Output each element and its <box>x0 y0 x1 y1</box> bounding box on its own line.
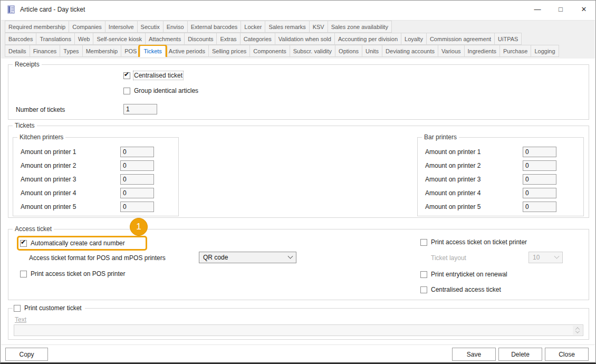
tab-finances[interactable]: Finances <box>30 45 61 57</box>
tab-uitpas[interactable]: UiTPAS <box>494 33 522 45</box>
tab-sales-zone-availability[interactable]: Sales zone availability <box>328 21 392 33</box>
number-of-tickets-input[interactable] <box>123 104 157 114</box>
ticket-layout-select[interactable]: 10 <box>528 252 563 263</box>
tickets-group: Tickets Kitchen printers Amount on print… <box>8 126 589 218</box>
text-scrollbar[interactable] <box>573 325 582 335</box>
window-title: Article card - Day ticket <box>20 6 85 13</box>
tab-selling-prices[interactable]: Selling prices <box>208 45 250 57</box>
tab-types[interactable]: Types <box>60 45 82 57</box>
kitchen-printer-amount-input-1[interactable] <box>120 147 154 157</box>
tab-membership[interactable]: Membership <box>82 45 122 57</box>
bar-printers-group: Bar printers Amount on printer 1Amount o… <box>417 137 584 216</box>
tab-purchase[interactable]: Purchase <box>499 45 531 57</box>
copy-button[interactable]: Copy <box>5 348 48 361</box>
checkbox-print-access-ticket-pos[interactable]: ✔ Print access ticket on POS printer <box>20 270 125 278</box>
kitchen-printer-amount-input-5[interactable] <box>120 202 154 212</box>
kitchen-printer-amount-input-4[interactable] <box>120 188 154 198</box>
bar-printers-legend: Bar printers <box>422 133 459 141</box>
tickets-legend: Tickets <box>13 122 37 129</box>
kitchen-printers-legend: Kitchen printers <box>17 133 65 141</box>
close-button[interactable]: Close <box>545 348 589 361</box>
checkbox-group-identical-articles[interactable]: ✔ Group identical articles <box>123 87 198 95</box>
save-button[interactable]: Save <box>452 348 496 361</box>
receipts-group: Receipts ✔ Centralised ticket ✔ Group id… <box>8 64 589 120</box>
checkbox-centralised-ticket[interactable]: ✔ Centralised ticket <box>123 71 182 80</box>
tab-accounting-per-division[interactable]: Accounting per division <box>334 33 401 45</box>
kitchen-printer-amount-input-3[interactable] <box>120 174 154 185</box>
tab-companies[interactable]: Companies <box>69 21 105 33</box>
tab-ingredients[interactable]: Ingredients <box>464 45 500 57</box>
tab-active-periods[interactable]: Active periods <box>165 45 209 57</box>
tab-units[interactable]: Units <box>362 45 382 57</box>
tab-logging[interactable]: Logging <box>531 45 559 57</box>
tab-validation-when-sold[interactable]: Validation when sold <box>275 33 335 45</box>
checkbox-centralised-access-ticket[interactable]: ✔ Centralised access ticket <box>420 285 501 294</box>
access-ticket-legend: Access ticket <box>13 225 54 233</box>
kitchen-printer-amount-label-3: Amount on printer 3 <box>21 176 76 183</box>
tab-extras[interactable]: Extras <box>216 33 240 45</box>
bar-printer-amount-label-1: Amount on printer 1 <box>425 148 480 156</box>
footer-divider <box>1 344 595 345</box>
kitchen-printer-amount-label-2: Amount on printer 2 <box>21 162 76 169</box>
ticket-layout-value: 10 <box>533 254 540 261</box>
minimize-icon[interactable]: — <box>526 1 549 18</box>
tab-row-2: BarcodesTranslationsWebSelf-service kios… <box>1 33 595 45</box>
kitchen-printer-amount-input-2[interactable] <box>120 160 154 171</box>
bar-printer-amount-input-5[interactable] <box>523 202 556 212</box>
tab-barcodes[interactable]: Barcodes <box>5 33 36 45</box>
bar-printer-amount-label-2: Amount on printer 2 <box>425 162 480 169</box>
active-tab-highlight <box>138 45 167 57</box>
window-controls: — □ ✕ <box>526 1 595 18</box>
tab-loyalty[interactable]: Loyalty <box>401 33 427 45</box>
customer-ticket-text-input[interactable] <box>14 324 583 336</box>
bar-printer-amount-label-3: Amount on printer 3 <box>425 176 480 183</box>
tab-translations[interactable]: Translations <box>36 33 75 45</box>
tab-required-membership[interactable]: Required membership <box>5 21 69 33</box>
tab-intersolve[interactable]: Intersolve <box>105 21 138 33</box>
tab-web[interactable]: Web <box>74 33 93 45</box>
tab-attachments[interactable]: Attachments <box>145 33 185 45</box>
checkbox-print-access-ticket-ticket-printer[interactable]: ✔ Print access ticket on ticket printer <box>420 238 527 246</box>
maximize-icon[interactable]: □ <box>549 1 572 18</box>
access-ticket-format-select[interactable]: QR code <box>199 252 296 263</box>
access-ticket-group: Access ticket 1 ✔ Automatically create c… <box>8 229 589 300</box>
checkbox-print-entryticket-renewal[interactable]: ✔ Print entryticket on renewal <box>420 270 507 279</box>
tab-self-service-kiosk[interactable]: Self-service kiosk <box>93 33 146 45</box>
bar-printer-amount-input-2[interactable] <box>523 160 556 171</box>
tab-subscr-validity[interactable]: Subscr. validity <box>290 45 335 57</box>
bar-printer-amount-input-4[interactable] <box>523 188 556 198</box>
tab-deviating-accounts[interactable]: Deviating accounts <box>382 45 438 57</box>
tab-ksv[interactable]: KSV <box>309 21 328 33</box>
tab-commission-agreement[interactable]: Commission agreement <box>426 33 495 45</box>
tab-various[interactable]: Various <box>438 45 464 57</box>
tab-tickets[interactable]: Tickets <box>140 45 165 57</box>
tab-sales-remarks[interactable]: Sales remarks <box>265 21 309 33</box>
tab-enviso[interactable]: Enviso <box>163 21 188 33</box>
tab-categories[interactable]: Categories <box>240 33 275 45</box>
tab-pos[interactable]: POS <box>121 45 140 57</box>
kitchen-printers-group: Kitchen printers Amount on printer 1Amou… <box>13 137 179 216</box>
checkbox-box: ✔ <box>123 72 130 79</box>
bar-printer-amount-input-3[interactable] <box>523 174 556 185</box>
tab-options[interactable]: Options <box>335 45 362 57</box>
tab-locker[interactable]: Locker <box>241 21 265 33</box>
receipts-legend: Receipts <box>13 61 42 68</box>
tab-discounts[interactable]: Discounts <box>184 33 217 45</box>
close-icon[interactable]: ✕ <box>572 1 595 18</box>
ticket-layout-label: Ticket layout <box>431 254 466 262</box>
tab-components[interactable]: Components <box>249 45 290 57</box>
title-bar: Article card - Day ticket — □ ✕ <box>1 1 595 18</box>
checkbox-auto-create-card-number[interactable]: ✔ Automatically create card number <box>20 239 125 247</box>
chevron-down-icon <box>554 253 560 258</box>
checkbox-print-customer-ticket[interactable]: ✔ Print customer ticket <box>13 304 85 312</box>
checkbox-box: ✔ <box>420 286 427 293</box>
kitchen-printer-amount-label-4: Amount on printer 4 <box>21 189 76 197</box>
tab-strip: Required membershipCompaniesIntersolveSe… <box>1 20 595 59</box>
checkbox-box: ✔ <box>20 271 27 277</box>
delete-button[interactable]: Delete <box>498 348 542 361</box>
tab-details[interactable]: Details <box>5 45 30 57</box>
bar-printer-amount-input-1[interactable] <box>523 147 556 157</box>
tab-secutix[interactable]: Secutix <box>137 21 164 33</box>
number-of-tickets-label: Number of tickets <box>16 106 65 113</box>
tab-external-barcodes[interactable]: External barcodes <box>187 21 242 33</box>
